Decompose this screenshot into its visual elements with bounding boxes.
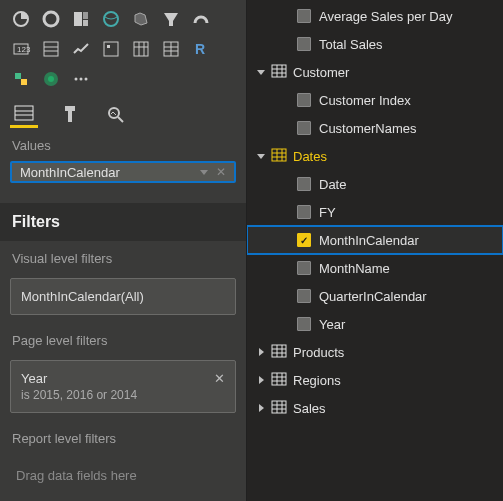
- field-item[interactable]: Date: [247, 170, 503, 198]
- values-field-well[interactable]: MonthInCalendar ✕: [10, 161, 236, 183]
- report-filters-label: Report level filters: [0, 421, 246, 450]
- field-item[interactable]: Total Sales: [247, 30, 503, 58]
- viz-pie-icon[interactable]: [8, 6, 34, 32]
- table-icon: [271, 400, 287, 417]
- svg-rect-41: [272, 149, 286, 161]
- field-item[interactable]: MonthName: [247, 254, 503, 282]
- field-item[interactable]: FY: [247, 198, 503, 226]
- field-checkbox[interactable]: [297, 93, 311, 107]
- table-label: Sales: [293, 401, 326, 416]
- field-checkbox[interactable]: [297, 317, 311, 331]
- table-sales[interactable]: Sales: [247, 394, 503, 422]
- table-regions[interactable]: Regions: [247, 366, 503, 394]
- viz-more-icon[interactable]: [68, 66, 94, 92]
- filter-restatement: is 2015, 2016 or 2014: [21, 388, 208, 402]
- svg-point-25: [48, 76, 54, 82]
- field-checkbox[interactable]: [297, 205, 311, 219]
- table-icon: [271, 64, 287, 81]
- viz-table-icon[interactable]: [128, 36, 154, 62]
- expand-icon[interactable]: [255, 154, 267, 159]
- field-item[interactable]: CustomerNames: [247, 114, 503, 142]
- viz-kpi-icon[interactable]: [68, 36, 94, 62]
- tab-analytics[interactable]: [102, 100, 130, 128]
- viz-pane-tabs: [0, 100, 246, 128]
- visual-filter-card[interactable]: MonthInCalendar(All): [10, 278, 236, 315]
- field-item[interactable]: Average Sales per Day: [247, 2, 503, 30]
- table-products[interactable]: Products: [247, 338, 503, 366]
- field-item[interactable]: MonthInCalendar: [247, 226, 503, 254]
- page-filter-card[interactable]: Year is 2015, 2016 or 2014 ✕: [10, 360, 236, 413]
- field-checkbox[interactable]: [297, 37, 311, 51]
- tab-format[interactable]: [56, 100, 84, 128]
- field-label: FY: [319, 205, 336, 220]
- viz-map-icon[interactable]: [98, 6, 124, 32]
- table-icon: [271, 372, 287, 389]
- field-item[interactable]: QuarterInCalendar: [247, 282, 503, 310]
- svg-rect-33: [68, 111, 72, 122]
- svg-text:123: 123: [17, 45, 31, 54]
- svg-rect-56: [272, 401, 286, 413]
- field-checkbox[interactable]: [297, 233, 311, 247]
- viz-matrix-icon[interactable]: [158, 36, 184, 62]
- svg-line-35: [118, 117, 123, 122]
- viz-treemap-icon[interactable]: [68, 6, 94, 32]
- svg-point-27: [80, 78, 83, 81]
- fields-pane: Average Sales per DayTotal SalesCustomer…: [247, 0, 503, 501]
- svg-rect-12: [107, 45, 110, 48]
- expand-icon[interactable]: [255, 70, 267, 75]
- table-customer[interactable]: Customer: [247, 58, 503, 86]
- field-label: MonthInCalendar: [319, 233, 419, 248]
- viz-slicer-icon[interactable]: [98, 36, 124, 62]
- svg-point-26: [75, 78, 78, 81]
- svg-text:R: R: [195, 41, 205, 57]
- svg-rect-3: [83, 12, 88, 19]
- tab-fields[interactable]: [10, 100, 38, 128]
- field-checkbox[interactable]: [297, 177, 311, 191]
- field-label: Average Sales per Day: [319, 9, 452, 24]
- expand-icon[interactable]: [255, 376, 267, 384]
- viz-type-gallery: 123 R: [0, 0, 246, 92]
- field-item[interactable]: Customer Index: [247, 86, 503, 114]
- viz-arcgis-icon[interactable]: [38, 66, 64, 92]
- svg-rect-13: [134, 42, 148, 56]
- field-item[interactable]: Year: [247, 310, 503, 338]
- svg-point-28: [85, 78, 88, 81]
- field-label: Year: [319, 317, 345, 332]
- viz-r-icon[interactable]: R: [188, 36, 214, 62]
- table-label: Products: [293, 345, 344, 360]
- viz-gauge-icon[interactable]: [188, 6, 214, 32]
- field-checkbox[interactable]: [297, 121, 311, 135]
- table-icon: [271, 344, 287, 361]
- svg-rect-32: [65, 106, 75, 111]
- chevron-down-icon[interactable]: [200, 170, 208, 175]
- viz-donut-icon[interactable]: [38, 6, 64, 32]
- drop-hint: Drag data fields here: [12, 456, 234, 495]
- filter-title: MonthInCalendar(All): [21, 289, 225, 304]
- svg-rect-8: [44, 42, 58, 56]
- field-label: Date: [319, 177, 346, 192]
- field-checkbox[interactable]: [297, 261, 311, 275]
- clear-filter-icon[interactable]: ✕: [214, 371, 225, 386]
- expand-icon[interactable]: [255, 404, 267, 412]
- field-label: Customer Index: [319, 93, 411, 108]
- svg-rect-36: [272, 65, 286, 77]
- filters-header: Filters: [0, 203, 246, 241]
- table-dates[interactable]: Dates: [247, 142, 503, 170]
- field-checkbox[interactable]: [297, 289, 311, 303]
- svg-rect-51: [272, 373, 286, 385]
- remove-field-icon[interactable]: ✕: [216, 165, 226, 179]
- viz-py-icon[interactable]: [8, 66, 34, 92]
- svg-rect-4: [83, 20, 88, 26]
- field-label: QuarterInCalendar: [319, 289, 427, 304]
- viz-card-icon[interactable]: 123: [8, 36, 34, 62]
- svg-point-1: [44, 12, 58, 26]
- viz-multirow-icon[interactable]: [38, 36, 64, 62]
- viz-funnel-icon[interactable]: [158, 6, 184, 32]
- visual-filters-label: Visual level filters: [0, 241, 246, 270]
- field-checkbox[interactable]: [297, 9, 311, 23]
- svg-rect-29: [15, 106, 33, 120]
- viz-filled-map-icon[interactable]: [128, 6, 154, 32]
- field-label: CustomerNames: [319, 121, 417, 136]
- visualizations-pane: 123 R Values MonthInCalendar ✕ Filters V…: [0, 0, 247, 501]
- expand-icon[interactable]: [255, 348, 267, 356]
